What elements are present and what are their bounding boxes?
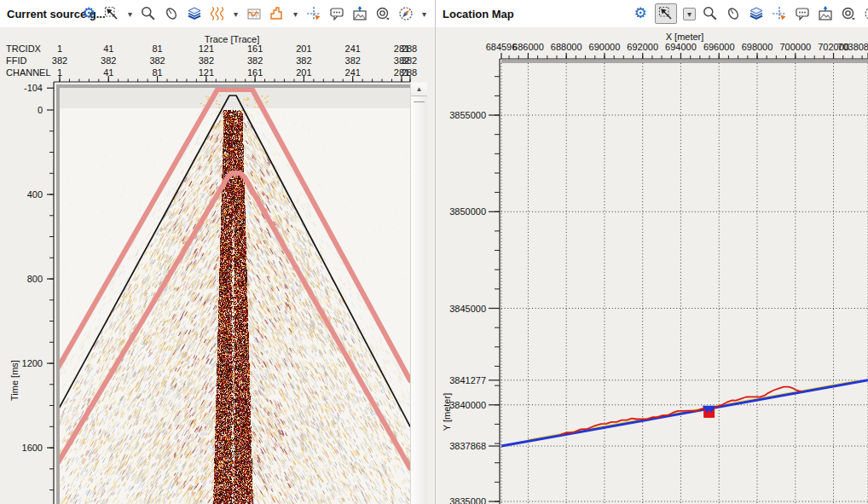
seismic-plot-area[interactable] bbox=[60, 88, 410, 504]
map-y-tick-label: 3845000 bbox=[449, 304, 486, 314]
table-wiggle-icon[interactable] bbox=[246, 5, 263, 22]
time-tick-label: 400 bbox=[27, 189, 43, 200]
select-tool-dropdown-icon[interactable]: ▾ bbox=[126, 9, 134, 19]
map-y-tick-label: 3835000 bbox=[449, 496, 486, 504]
wiggle-display-icon[interactable] bbox=[209, 5, 226, 22]
map-plot-area[interactable]: X [meter]Y [meter]6860006880006900006920… bbox=[436, 0, 868, 504]
header-value: 161 bbox=[247, 67, 263, 78]
header-value: 382 bbox=[199, 55, 214, 66]
map-y-tick-label: 3855000 bbox=[449, 110, 486, 120]
time-tick-label: 1600 bbox=[22, 443, 43, 453]
time-axis-label: Time [ms] bbox=[9, 360, 20, 401]
header-value: 1 bbox=[57, 43, 62, 54]
map-x-tick-label: 696000 bbox=[703, 42, 735, 52]
comment-icon[interactable] bbox=[328, 5, 345, 22]
map-x-tick-label: 700000 bbox=[779, 42, 811, 52]
header-row-label-channel: CHANNEL bbox=[6, 67, 51, 78]
header-value: 41 bbox=[103, 67, 113, 78]
header-value: 121 bbox=[199, 43, 214, 54]
map-x-tick-label: 692000 bbox=[627, 42, 658, 52]
gear-icon[interactable]: ⚙ bbox=[80, 5, 97, 22]
header-value: 81 bbox=[152, 67, 162, 78]
image-export-icon[interactable] bbox=[351, 5, 368, 22]
compass-dropdown-icon[interactable]: ▾ bbox=[420, 9, 428, 19]
header-edge-value: 382 bbox=[402, 55, 417, 66]
seismic-vertical-scrollbar[interactable]: ▲ bbox=[410, 83, 427, 504]
header-row-label-trcidx: TRCIDX bbox=[6, 43, 41, 54]
header-value: 241 bbox=[345, 43, 361, 54]
map-x-tick-label: 698000 bbox=[742, 42, 773, 52]
header-value: 382 bbox=[247, 55, 263, 66]
header-value: 81 bbox=[152, 43, 162, 54]
scrollbar-thumb[interactable] bbox=[414, 101, 425, 102]
histogram-icon[interactable] bbox=[269, 5, 286, 22]
header-edge-value: 288 bbox=[402, 43, 417, 54]
layers-icon[interactable] bbox=[186, 5, 203, 22]
time-tick-label: 0 bbox=[38, 105, 43, 115]
header-value: 201 bbox=[296, 43, 311, 54]
map-y-tick-label: 3840000 bbox=[449, 400, 486, 410]
map-y-tick-label: 3841277 bbox=[449, 375, 486, 385]
zoom-icon[interactable] bbox=[140, 5, 157, 22]
header-value: 41 bbox=[103, 43, 113, 54]
seismic-gather-panel: Current source g... ⚙▾▾▾▾ Trace [Trace] … bbox=[0, 0, 436, 504]
time-tick-label: 1200 bbox=[22, 358, 43, 368]
header-value: 201 bbox=[296, 67, 311, 78]
map-y-axis-label: Y [meter] bbox=[442, 393, 452, 431]
map-top-panner[interactable] bbox=[501, 60, 868, 63]
header-value: 161 bbox=[247, 43, 263, 54]
map-x-tick-label: 686000 bbox=[512, 42, 544, 52]
select-tool-icon[interactable] bbox=[103, 5, 120, 22]
mouse-icon[interactable] bbox=[163, 5, 180, 22]
map-x-tick-label: 688000 bbox=[551, 42, 582, 52]
seismic-toolbar: ⚙▾▾▾▾ bbox=[80, 0, 428, 27]
location-map-panel: Location Map ⚙▾ X [meter]Y [meter]686000… bbox=[436, 0, 868, 504]
capture-icon[interactable] bbox=[374, 5, 391, 22]
time-tick-label: 800 bbox=[27, 274, 43, 284]
map-x-axis-label: X [meter] bbox=[666, 32, 704, 42]
histogram-dropdown-icon[interactable]: ▾ bbox=[292, 9, 299, 19]
header-value: 1 bbox=[57, 67, 62, 78]
map-x-tick-label: 694000 bbox=[665, 42, 697, 52]
map-x-edge-tick-label: 684596 bbox=[486, 42, 518, 52]
scrollbar-up-icon[interactable]: ▲ bbox=[411, 83, 427, 96]
header-value: 382 bbox=[296, 55, 311, 66]
map-y-tick-label: 3837868 bbox=[449, 441, 486, 451]
header-value: 382 bbox=[101, 55, 116, 66]
header-edge-value: 288 bbox=[402, 67, 417, 78]
header-value: 121 bbox=[199, 67, 214, 78]
crosshair-icon[interactable] bbox=[305, 5, 322, 22]
compass-icon[interactable] bbox=[397, 5, 414, 22]
header-value: 382 bbox=[345, 55, 361, 66]
wiggle-display-dropdown-icon[interactable]: ▾ bbox=[232, 9, 240, 19]
map-x-tick-label: 690000 bbox=[589, 42, 621, 52]
header-row-label-ffid: FFID bbox=[6, 55, 26, 66]
header-value: 382 bbox=[52, 55, 67, 66]
header-value: 382 bbox=[149, 55, 165, 66]
map-x-edge-tick-label: 703808 bbox=[837, 42, 868, 52]
time-tick-label: -104 bbox=[24, 83, 43, 93]
planned-line[interactable] bbox=[501, 380, 868, 446]
map-y-tick-label: 3850000 bbox=[449, 206, 486, 217]
header-value: 241 bbox=[345, 67, 361, 78]
